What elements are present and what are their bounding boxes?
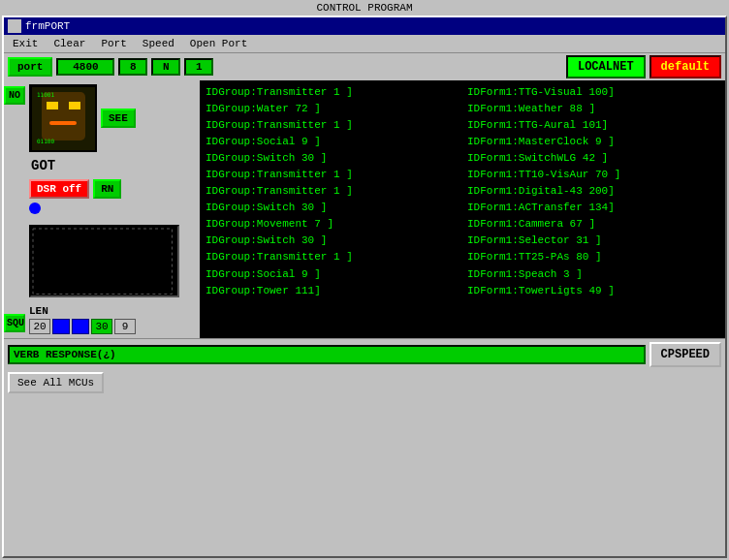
menu-open-port[interactable]: Open Port xyxy=(187,37,250,50)
data-row-9: IDGroup:Switch 30 ] IDForm1:Selector 31 … xyxy=(206,233,719,249)
data-row-7: IDGroup:Switch 30 ] IDForm1:ACTransfer 1… xyxy=(206,200,719,216)
cpspeed-button[interactable]: CPSPEED xyxy=(650,342,721,367)
menu-bar: Exit Clear Port Speed Open Port xyxy=(4,35,725,53)
len-row: 20 30 9 xyxy=(29,319,196,334)
right-col-2: IDForm1:TTG-Aural 101] xyxy=(467,117,719,134)
data-row-1: IDGroup:Water 72 ] IDForm1:Weather 88 ] xyxy=(206,101,719,117)
right-col-0: IDForm1:TTG-Visual 100] xyxy=(467,84,719,101)
left-col-4: IDGroup:Switch 30 ] xyxy=(206,150,458,167)
svg-rect-3 xyxy=(69,102,80,109)
right-col-1: IDForm1:Weather 88 ] xyxy=(467,101,719,117)
data-row-4: IDGroup:Switch 30 ] IDForm1:SwitchWLG 42… xyxy=(206,150,719,167)
outer-title-bar: CONTROL PROGRAM xyxy=(0,0,729,16)
data-row-10: IDGroup:Transmitter 1 ] IDForm1:TT25-PAs… xyxy=(206,249,719,265)
len-val-0[interactable]: 20 xyxy=(29,319,50,334)
avatar-svg: 01100 11001 xyxy=(32,87,95,150)
data-row-5: IDGroup:Transmitter 1 ] IDForm1:TT10-Vis… xyxy=(206,167,719,183)
svg-rect-1 xyxy=(42,92,85,140)
len-val-4[interactable]: 9 xyxy=(114,319,136,334)
left-col-7: IDGroup:Switch 30 ] xyxy=(206,200,458,216)
left-col-5: IDGroup:Transmitter 1 ] xyxy=(206,167,458,183)
window-icon xyxy=(8,19,21,33)
left-col-11: IDGroup:Social 9 ] xyxy=(206,266,458,283)
right-col-10: IDForm1:TT25-PAs 80 ] xyxy=(467,249,719,265)
data-row-2: IDGroup:Transmitter 1 ] IDForm1:TTG-Aura… xyxy=(206,117,719,134)
svg-rect-4 xyxy=(49,121,77,125)
left-col-9: IDGroup:Switch 30 ] xyxy=(206,233,458,249)
dsr-button[interactable]: DSR off xyxy=(29,179,89,199)
data-row-6: IDGroup:Transmitter 1 ] IDForm1:Digital-… xyxy=(206,183,719,200)
field-8[interactable]: 8 xyxy=(118,58,147,76)
svg-text:01100: 01100 xyxy=(37,138,54,144)
left-col-0: IDGroup:Transmitter 1 ] xyxy=(206,84,458,101)
left-panel: 01100 11001 SEE GOT DSR off RN xyxy=(25,80,200,338)
avatar-row: 01100 11001 SEE xyxy=(29,84,196,152)
left-col-2: IDGroup:Transmitter 1 ] xyxy=(206,117,458,134)
svg-rect-7 xyxy=(33,229,172,294)
outer-title-text: CONTROL PROGRAM xyxy=(316,2,412,14)
window-title: frmPORT xyxy=(25,20,70,32)
right-col-11: IDForm1:Speach 3 ] xyxy=(467,266,719,283)
main-container: NO SQU 01100 11001 xyxy=(4,80,725,338)
len-label: LEN xyxy=(29,305,196,317)
no-button[interactable]: NO xyxy=(4,86,25,105)
black-display-box xyxy=(29,225,179,297)
data-row-11: IDGroup:Social 9 ] IDForm1:Speach 3 ] xyxy=(206,266,719,283)
window-title-bar: frmPORT xyxy=(4,17,725,35)
dsr-row: DSR off RN xyxy=(29,179,196,199)
field-n[interactable]: N xyxy=(151,58,180,76)
tab-localnet[interactable]: LOCALNET xyxy=(566,55,646,78)
right-col-12: IDForm1:TowerLigts 49 ] xyxy=(467,283,719,299)
right-col-7: IDForm1:ACTransfer 134] xyxy=(467,200,719,216)
main-window: frmPORT Exit Clear Port Speed Open Port … xyxy=(2,16,727,558)
right-col-8: IDForm1:Cammera 67 ] xyxy=(467,216,719,233)
len-val-3[interactable]: 30 xyxy=(91,319,112,334)
data-row-12: IDGroup:Tower 111] IDForm1:TowerLigts 49… xyxy=(206,283,719,299)
see-button[interactable]: SEE xyxy=(101,109,136,128)
bottom-row2: See All MCUs xyxy=(4,370,725,395)
right-data-panel: IDGroup:Transmitter 1 ] IDForm1:TTG-Visu… xyxy=(200,80,725,338)
left-col-8: IDGroup:Movement 7 ] xyxy=(206,216,458,233)
see-all-mcus-button[interactable]: See All MCUs xyxy=(8,372,104,393)
display-svg xyxy=(31,227,177,296)
toolbar: port 4800 8 N 1 LOCALNET default xyxy=(4,53,725,80)
menu-clear[interactable]: Clear xyxy=(50,37,88,50)
left-col-3: IDGroup:Social 9 ] xyxy=(206,134,458,150)
port-value[interactable]: 4800 xyxy=(56,58,114,76)
left-col-10: IDGroup:Transmitter 1 ] xyxy=(206,249,458,265)
left-col-12: IDGroup:Tower 111] xyxy=(206,283,458,299)
right-col-4: IDForm1:SwitchWLG 42 ] xyxy=(467,150,719,167)
squ-button[interactable]: SQU xyxy=(4,314,25,332)
svg-text:11001: 11001 xyxy=(37,91,54,98)
data-row-0: IDGroup:Transmitter 1 ] IDForm1:TTG-Visu… xyxy=(206,84,719,101)
rn-button[interactable]: RN xyxy=(93,179,121,199)
len-val-2 xyxy=(72,319,89,334)
bottom-bar: VERB RESPONSE(¿) CPSPEED xyxy=(4,338,725,370)
blue-dot-area xyxy=(29,202,196,217)
right-col-9: IDForm1:Selector 31 ] xyxy=(467,233,719,249)
len-val-1 xyxy=(52,319,70,334)
data-row-3: IDGroup:Social 9 ] IDForm1:MasterClock 9… xyxy=(206,134,719,150)
tab-default[interactable]: default xyxy=(650,55,721,78)
avatar-box: 01100 11001 xyxy=(29,84,97,152)
menu-port[interactable]: Port xyxy=(98,37,129,50)
right-col-5: IDForm1:TT10-VisAur 70 ] xyxy=(467,167,719,183)
right-col-3: IDForm1:MasterClock 9 ] xyxy=(467,134,719,150)
menu-exit[interactable]: Exit xyxy=(10,37,41,50)
len-section: LEN 20 30 9 xyxy=(29,305,196,334)
left-col-6: IDGroup:Transmitter 1 ] xyxy=(206,183,458,200)
verb-response-field[interactable]: VERB RESPONSE(¿) xyxy=(8,345,646,364)
field-1[interactable]: 1 xyxy=(184,58,213,76)
svg-rect-2 xyxy=(47,102,58,109)
left-col-1: IDGroup:Water 72 ] xyxy=(206,101,458,117)
right-col-6: IDForm1:Digital-43 200] xyxy=(467,183,719,200)
data-row-8: IDGroup:Movement 7 ] IDForm1:Cammera 67 … xyxy=(206,216,719,233)
side-strip: NO SQU xyxy=(4,80,25,338)
port-label: port xyxy=(8,57,52,77)
blue-dot-indicator xyxy=(29,202,41,214)
got-label: GOT xyxy=(29,156,196,175)
title-left: frmPORT xyxy=(8,19,70,33)
menu-speed[interactable]: Speed xyxy=(140,37,177,50)
